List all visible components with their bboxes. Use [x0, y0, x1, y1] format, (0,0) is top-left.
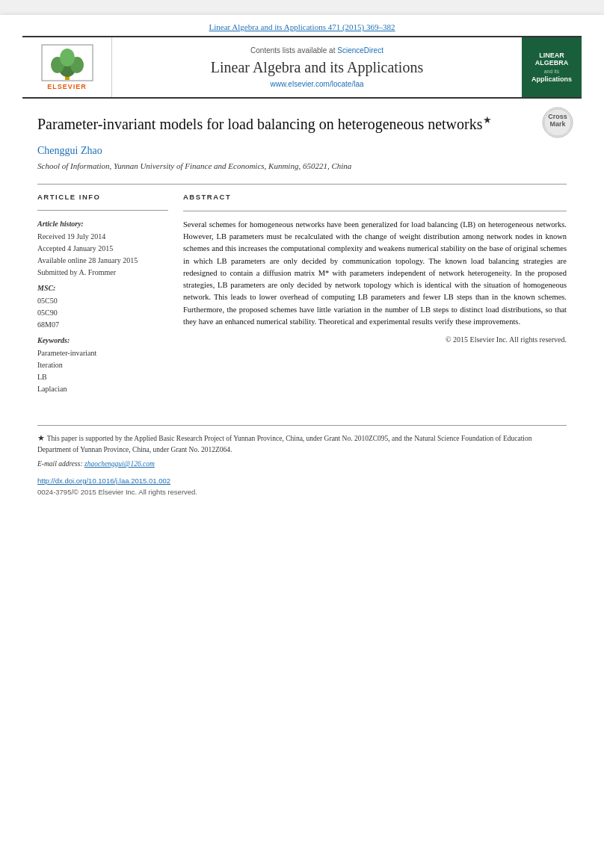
abstract-heading: Abstract [183, 192, 567, 203]
cover-title-line4: Applications [531, 75, 572, 84]
journal-ref-link[interactable]: Linear Algebra and its Applications 471 … [209, 22, 395, 31]
cover-title-line1: LINEAR [539, 52, 564, 60]
accepted-date: Accepted 4 January 2015 [37, 243, 168, 254]
svg-point-4 [60, 49, 75, 66]
elsevier-logo: ELSEVIER [22, 37, 112, 97]
author-affiliation: School of Information, Yunnan University… [37, 160, 567, 173]
svg-text:Mark: Mark [549, 120, 566, 128]
history-label: Article history: [37, 218, 168, 229]
author-name: Chenggui Zhao [37, 145, 567, 157]
article-info-heading: Article Info [37, 192, 168, 202]
main-content: Cross Mark Parameter-invariant models fo… [0, 99, 604, 520]
footnote-text: ★ This paper is supported by the Applied… [37, 432, 567, 456]
info-divider [37, 210, 168, 211]
keyword-2: Iteration [37, 359, 168, 371]
msc2: 05C90 [37, 307, 168, 318]
keyword-3: LB [37, 371, 168, 382]
doi-line: http://dx.doi.org/10.1016/j.laa.2015.01.… [37, 476, 567, 487]
journal-reference: Linear Algebra and its Applications 471 … [0, 15, 604, 36]
cover-title-line2: ALGEBRA [535, 59, 569, 67]
email-link[interactable]: zhaochenggui@126.com [84, 460, 155, 468]
keyword-4: Laplacian [37, 383, 168, 394]
elsevier-tree-icon [41, 44, 93, 81]
copyright-notice: © 2015 Elsevier Inc. All rights reserved… [183, 334, 567, 346]
keywords-label: Keywords: [37, 335, 168, 346]
msc-label: MSC: [37, 282, 168, 294]
crossmark-badge: Cross Mark [541, 106, 574, 142]
rights-line: 0024-3795/© 2015 Elsevier Inc. All right… [37, 487, 567, 498]
page: Linear Algebra and its Applications 471 … [0, 15, 604, 868]
article-info-column: Article Info Article history: Received 1… [37, 192, 168, 395]
abstract-text: Several schemes for homogeneous networks… [183, 219, 567, 328]
submitted-by: Submitted by A. Frommer [37, 267, 168, 278]
sciencedirect-line: Contents lists available at ScienceDirec… [250, 46, 383, 55]
abstract-divider [183, 211, 567, 211]
svg-text:Cross: Cross [548, 113, 567, 120]
doi-link[interactable]: http://dx.doi.org/10.1016/j.laa.2015.01.… [37, 477, 170, 485]
keyword-1: Parameter-invariant [37, 347, 168, 359]
sciencedirect-link[interactable]: ScienceDirect [337, 46, 383, 55]
cover-subtitle-line3: and its [544, 69, 560, 75]
elsevier-label: ELSEVIER [47, 83, 87, 90]
msc1: 05C50 [37, 295, 168, 306]
received-date: Received 19 July 2014 [37, 231, 168, 242]
header-middle: Contents lists available at ScienceDirec… [112, 37, 522, 97]
journal-url[interactable]: www.elsevier.com/locate/laa [270, 80, 363, 88]
section-divider [37, 184, 567, 185]
msc3: 68M07 [37, 319, 168, 330]
footnote-section: ★ This paper is supported by the Applied… [37, 425, 567, 497]
email-line: E-mail address: zhaochenggui@126.com [37, 459, 567, 470]
header-banner: ELSEVIER Contents lists available at Sci… [22, 36, 582, 99]
article-title: Parameter-invariant models for load bala… [37, 114, 567, 134]
journal-title-banner: Linear Algebra and its Applications [211, 58, 423, 77]
crossmark-icon: Cross Mark [541, 106, 574, 139]
journal-cover-box: LINEAR ALGEBRA and its Applications [522, 37, 582, 97]
available-date: Available online 28 January 2015 [37, 255, 168, 266]
abstract-column: Abstract Several schemes for homogeneous… [183, 192, 567, 395]
two-column-section: Article Info Article history: Received 1… [37, 192, 567, 395]
